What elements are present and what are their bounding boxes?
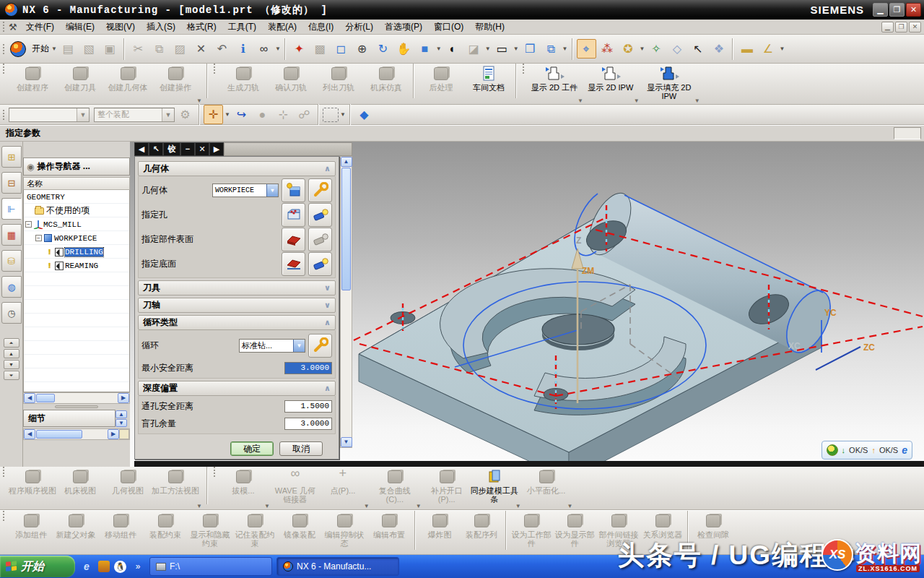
assembly-sequence-button[interactable]: 装配序列 (461, 511, 502, 551)
quadrant-point-icon[interactable]: ❖ (709, 39, 728, 59)
display-holes-button[interactable] (308, 203, 332, 227)
quicklaunch-app-icon[interactable] (98, 561, 110, 572)
combo-arrow-icon[interactable]: ▼ (266, 184, 278, 197)
browser-icon[interactable]: e (902, 444, 907, 456)
measure-caret-icon[interactable]: ▼ (779, 46, 785, 52)
move-component-button[interactable]: 移动组件 (98, 511, 143, 551)
verify-toolpath-button[interactable]: 确认刀轨 (267, 64, 315, 103)
dropdown-caret-icon[interactable]: ▼ (515, 503, 521, 509)
tree-row-mcs-mill[interactable]: − MCS_MILL (24, 217, 129, 231)
scroll-bottom-button[interactable]: ⏷ (4, 371, 19, 380)
facet-body-button[interactable]: 小平面化... (523, 467, 570, 506)
panel-splitter[interactable] (23, 404, 130, 410)
selection-filter-combo[interactable]: ▼ (9, 108, 90, 122)
save-icon[interactable]: ▣ (100, 39, 120, 59)
measure-distance-icon[interactable]: ▬ (737, 39, 757, 59)
blank-caret-icon[interactable]: ▼ (513, 46, 519, 52)
new-window-icon[interactable]: ❐ (520, 39, 540, 59)
wave-geometry-linker-button[interactable]: ∞WAVE 几何链接器 (271, 467, 319, 506)
dropdown-caret-icon[interactable]: ▼ (634, 98, 640, 104)
machining-method-view-button[interactable]: 加工方法视图 (152, 467, 199, 506)
dropdown-caret-icon[interactable]: ▼ (196, 503, 202, 509)
scroll-up-button[interactable]: ▲ (4, 349, 19, 358)
assembly-constraints-button[interactable]: 装配约束 (143, 511, 188, 551)
collapse-chevron-icon[interactable]: ∧ (324, 384, 331, 393)
information-icon[interactable]: ℹ (233, 39, 253, 59)
new-parent-button[interactable]: 新建父对象 (53, 511, 98, 551)
tree-row-reaming[interactable]: ! REAMING (24, 259, 129, 272)
make-displayed-part-button[interactable]: 设为显示部件 (553, 511, 596, 551)
machine-simulation-button[interactable]: 机床仿真 (362, 64, 410, 103)
snap-view-icon[interactable]: ⌖ (577, 39, 596, 59)
combo-arrow-icon[interactable]: ▼ (77, 108, 89, 121)
zoom-fill-icon[interactable]: ▩ (310, 39, 330, 59)
details-down-icon[interactable]: ▼ (116, 419, 127, 427)
delete-icon[interactable]: ✕ (191, 39, 211, 59)
create-program-button[interactable]: 创建程序 (9, 64, 56, 103)
list-toolpath-button[interactable]: 列出刀轨 (315, 64, 362, 103)
scroll-thumb[interactable] (36, 430, 82, 439)
undo-icon[interactable]: ↶ (212, 39, 232, 59)
close-button[interactable]: ✕ (906, 3, 921, 17)
doc-close-button[interactable]: ✕ (909, 22, 921, 33)
pan-icon[interactable]: ✋ (394, 39, 414, 59)
scroll-right-icon[interactable]: ▶ (118, 393, 129, 403)
menu-window[interactable]: 窗口(O) (428, 20, 469, 35)
quicklaunch-overflow-icon[interactable]: » (131, 559, 145, 574)
doc-restore-button[interactable]: ❐ (895, 22, 907, 33)
blank-view-icon[interactable]: ▭ (492, 39, 512, 59)
start-button[interactable]: 开始 (0, 556, 75, 577)
blind-stock-field[interactable]: 3.0000 (284, 418, 332, 430)
add-component-button[interactable]: 添加组件 (9, 511, 53, 551)
create-operation-button[interactable]: 创建操作 (152, 64, 199, 103)
cycle-combo[interactable]: 标准钻... ▼ (239, 339, 305, 353)
selection-scope-combo[interactable]: 整个装配▼ (94, 108, 175, 122)
through-clearance-field[interactable]: 1.5000 (284, 400, 332, 413)
display-part-surface-button[interactable] (308, 228, 332, 251)
measure-angle-icon[interactable]: ∠ (758, 39, 777, 59)
operation-navigator-tab[interactable]: ⊩ (1, 198, 22, 220)
dialog-drag-bar[interactable] (224, 142, 352, 156)
scroll-top-button[interactable]: ⏶ (4, 338, 19, 348)
navigator-header[interactable]: ◉ 操作导航器 ... (23, 158, 130, 176)
details-h-scrollbar[interactable]: ◀ ▶ (23, 428, 130, 440)
assembly-navigator-tab[interactable]: ⊞ (1, 146, 22, 168)
cancel-button[interactable]: 取消 (279, 441, 323, 456)
menu-format[interactable]: 格式(R) (181, 20, 222, 35)
orient-view-icon[interactable]: ↪ (232, 105, 251, 124)
min-clearance-field[interactable]: 3.0000 (284, 362, 332, 374)
program-order-view-button[interactable]: 程序顺序视图 (9, 467, 56, 506)
menu-edit[interactable]: 编辑(E) (60, 20, 100, 35)
expand-chevron-icon[interactable]: ∨ (324, 283, 331, 293)
dialog-prev-icon[interactable]: ◀ (134, 142, 149, 156)
fit-view-icon[interactable]: ✦ (289, 39, 309, 59)
menu-tools[interactable]: 工具(T) (222, 20, 262, 35)
new-geometry-button[interactable] (282, 178, 305, 202)
spline-points-icon[interactable]: ⁂ (598, 39, 617, 59)
scroll-down-button[interactable]: ▼ (4, 360, 19, 369)
shop-documentation-button[interactable]: 车间文档 (465, 64, 513, 103)
start-caret-icon[interactable]: ▼ (51, 46, 57, 52)
navigator-column-header[interactable]: 名称 (23, 177, 130, 190)
section-tool-axis-header[interactable]: 刀轴 ∨ (138, 298, 336, 313)
menu-assemblies[interactable]: 装配(A) (262, 20, 302, 35)
restore-button[interactable]: ❐ (889, 3, 905, 17)
remember-constraints-button[interactable]: 记住装配约束 (232, 511, 277, 551)
make-work-part-button[interactable]: 设为工作部件 (510, 511, 553, 551)
create-tool-button[interactable]: 创建刀具 (56, 64, 104, 103)
section-geometry-header[interactable]: 几何体 ∧ (138, 161, 336, 176)
menu-grip[interactable] (3, 22, 6, 32)
dropdown-caret-icon[interactable]: ▼ (694, 98, 700, 104)
dropdown-caret-icon[interactable]: ▼ (416, 503, 422, 509)
start-menu-button[interactable]: 开始 (32, 43, 49, 55)
draft-button[interactable]: 拔模... (219, 467, 267, 506)
new-file-icon[interactable]: ▤ (58, 39, 78, 59)
edit-geometry-button[interactable] (308, 178, 332, 202)
show-2d-workpiece-button[interactable]: 显示 2D 工件 (528, 64, 580, 103)
toolbar-grip[interactable] (214, 64, 217, 74)
menu-file[interactable]: 文件(F) (20, 20, 60, 35)
geometry-view-button[interactable]: 几何视图 (104, 467, 152, 506)
tree-row-unused[interactable]: 不使用的项 (24, 204, 129, 217)
tree-h-scrollbar[interactable]: ◀ ▶ (23, 392, 130, 404)
composite-curve-button[interactable]: 复合曲线(C)... (371, 467, 419, 506)
